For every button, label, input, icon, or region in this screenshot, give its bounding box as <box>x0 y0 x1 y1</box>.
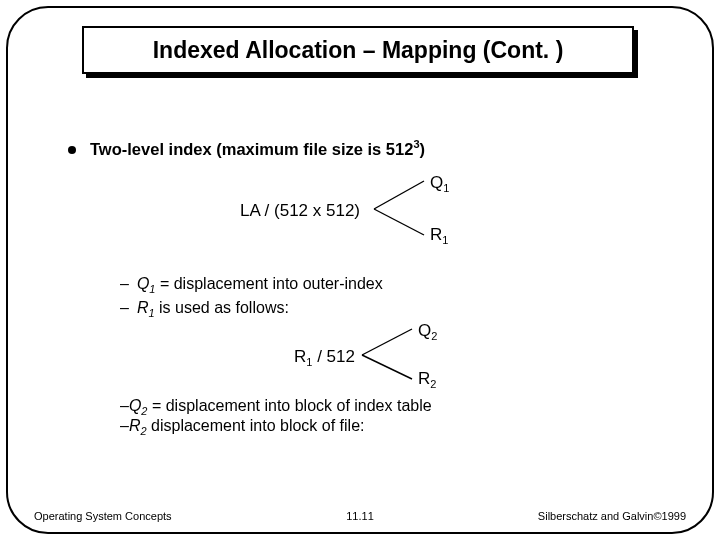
formula2-top: Q2 <box>418 321 437 342</box>
sub2-line1-rest: = displacement into block of index table <box>147 397 431 414</box>
sub2-line1: –Q2 = displacement into block of index t… <box>120 397 668 417</box>
formula1-brace-icon <box>68 173 668 247</box>
sub1-line2-var: R <box>137 299 149 316</box>
formula2-top-var: Q <box>418 321 431 340</box>
sublist-2: –Q2 = displacement into block of index t… <box>120 397 668 437</box>
sub2-line2-rest: displacement into block of file: <box>147 417 365 434</box>
formula1-bot-sub: 1 <box>442 234 448 246</box>
formula2-top-sub: 2 <box>431 330 437 342</box>
bullet-icon <box>68 146 76 154</box>
formula-2: R1 / 512 Q2 R2 <box>68 323 668 387</box>
dash-icon: – <box>120 299 129 316</box>
bullet-text-a: Two-level index (maximum file size is 51… <box>90 140 413 158</box>
formula1-top-sub: 1 <box>443 182 449 194</box>
top-bullet: Two-level index (maximum file size is 51… <box>68 138 668 159</box>
formula2-bot: R2 <box>418 369 436 390</box>
formula1-top-var: Q <box>430 173 443 192</box>
formula2-brace-icon <box>68 323 668 387</box>
formula1-bot: R1 <box>430 225 448 246</box>
sub2-line2: –R2 displacement into block of file: <box>120 417 668 437</box>
sub1-line2: –R1 is used as follows: <box>120 299 668 319</box>
dash-icon: – <box>120 397 129 414</box>
slide-title: Indexed Allocation – Mapping (Cont. ) <box>153 37 564 64</box>
title-container: Indexed Allocation – Mapping (Cont. ) <box>82 26 638 78</box>
sub2-line2-var: R <box>129 417 141 434</box>
slide-frame: Indexed Allocation – Mapping (Cont. ) Tw… <box>6 6 714 534</box>
sub1-line2-rest: is used as follows: <box>155 299 289 316</box>
bullet-text-b: ) <box>420 140 426 158</box>
svg-line-3 <box>362 355 412 379</box>
formula-1: LA / (512 x 512) Q1 R1 <box>68 173 668 247</box>
sublist-1: –Q1 = displacement into outer-index –R1 … <box>120 275 668 319</box>
svg-line-2 <box>362 329 412 355</box>
dash-icon: – <box>120 417 129 434</box>
sub1-line1: –Q1 = displacement into outer-index <box>120 275 668 295</box>
formula1-top: Q1 <box>430 173 449 194</box>
footer-left: Operating System Concepts <box>34 510 172 522</box>
svg-line-1 <box>374 209 424 235</box>
dash-icon: – <box>120 275 129 292</box>
footer-right: Silberschatz and Galvin©1999 <box>538 510 686 522</box>
sub2-line1-var: Q <box>129 397 141 414</box>
svg-line-0 <box>374 181 424 209</box>
content-area: Two-level index (maximum file size is 51… <box>68 138 668 437</box>
formula2-bot-sub: 2 <box>430 378 436 390</box>
footer-center: 11.11 <box>346 510 374 522</box>
formula2-bot-var: R <box>418 369 430 388</box>
sub1-line1-var: Q <box>137 275 149 292</box>
title-box: Indexed Allocation – Mapping (Cont. ) <box>82 26 634 74</box>
sub1-line1-rest: = displacement into outer-index <box>155 275 382 292</box>
formula1-bot-var: R <box>430 225 442 244</box>
